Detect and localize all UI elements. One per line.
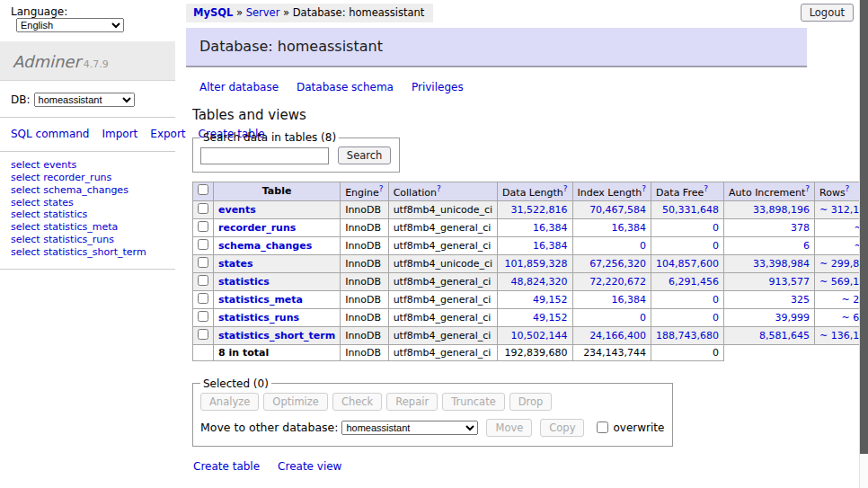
data-free-link[interactable]: 0	[713, 222, 719, 234]
data-length-link[interactable]: 49,152	[533, 294, 568, 306]
totals-data-length-cell: 192,839,680	[498, 344, 572, 360]
auto-increment-link[interactable]: 6	[803, 240, 810, 252]
breadcrumb-mysql[interactable]: MySQL	[193, 6, 233, 19]
sidebar-link-export[interactable]: Export	[150, 128, 185, 140]
data-length-link[interactable]: 10,502,144	[511, 330, 568, 342]
data-length-link[interactable]: 31,522,816	[511, 204, 568, 216]
row-checkbox-states[interactable]	[198, 257, 208, 268]
app-version: 4.7.9	[84, 58, 109, 70]
auto-increment-link[interactable]: 39,999	[775, 312, 810, 324]
index-length-link[interactable]: 16,384	[612, 294, 647, 306]
data-length-link[interactable]: 16,384	[533, 222, 568, 234]
db-select[interactable]: homeassistant	[34, 93, 135, 107]
auto-increment-link[interactable]: 33,398,984	[753, 258, 810, 270]
table-link-statistics-short-term[interactable]: statistics_short_term	[218, 330, 335, 342]
auto-increment-link[interactable]: 33,898,196	[753, 204, 810, 216]
index-length-link[interactable]: 72,220,672	[589, 276, 646, 288]
link-create-table-bottom[interactable]: Create table	[193, 460, 260, 473]
row-checkbox-events[interactable]	[198, 203, 208, 214]
column-help-icon[interactable]: ?	[437, 184, 441, 193]
index-length-link[interactable]: 24,166,400	[589, 330, 646, 342]
table-link-states[interactable]: states	[218, 258, 253, 270]
auto-increment-link[interactable]: 378	[791, 222, 810, 234]
breadcrumb-database-homeassistant: Database: homeassistant	[293, 6, 425, 19]
sidebar-select-statistics-runs[interactable]: select statistics_runs	[11, 235, 175, 246]
index-length-link[interactable]: 67,256,320	[589, 258, 646, 270]
breadcrumb-server[interactable]: Server	[246, 6, 280, 19]
row-checkbox-schema-changes[interactable]	[198, 239, 208, 250]
data-length-link[interactable]: 48,824,320	[511, 276, 568, 288]
table-row-statistics-short-term: statistics_short_termInnoDButf8mb4_gener…	[193, 326, 868, 344]
data-free-cell: 104,857,600	[651, 254, 724, 272]
totals-checkbox-cell	[193, 344, 214, 360]
link-alter-database[interactable]: Alter database	[199, 81, 279, 93]
search-input[interactable]	[200, 147, 329, 164]
col-header-label: Data Free	[656, 187, 704, 199]
table-link-statistics-runs[interactable]: statistics_runs	[218, 312, 299, 324]
move-db-select[interactable]: homeassistant	[341, 421, 478, 435]
data-free-link[interactable]: 6,291,456	[669, 276, 719, 288]
table-link-events[interactable]: events	[218, 204, 256, 216]
col-header-index-length: Index Length?	[572, 182, 651, 201]
index-length-link[interactable]: 0	[640, 240, 646, 252]
sidebar-select-schema-changes[interactable]: select schema_changes	[11, 185, 175, 197]
row-checkbox-statistics[interactable]	[198, 275, 208, 286]
scrollbar-track[interactable]	[859, 0, 868, 488]
column-help-icon[interactable]: ?	[846, 184, 850, 193]
auto-increment-link[interactable]: 325	[791, 294, 810, 306]
table-link-statistics-meta[interactable]: statistics_meta	[218, 294, 303, 306]
sidebar-select-events[interactable]: select events	[11, 160, 175, 172]
select-all-checkbox[interactable]	[198, 184, 208, 195]
auto-increment-link[interactable]: 913,577	[769, 276, 810, 288]
table-link-statistics[interactable]: statistics	[218, 276, 270, 288]
move-button: Move	[486, 419, 532, 437]
link-database-schema[interactable]: Database schema	[297, 81, 394, 93]
search-legend: Search data in tables (8)	[200, 131, 339, 144]
index-length-link[interactable]: 16,384	[612, 222, 647, 234]
sidebar-select-recorder-runs[interactable]: select recorder_runs	[11, 173, 175, 184]
row-checkbox-statistics-meta[interactable]	[198, 293, 208, 304]
auto-increment-link[interactable]: 8,581,645	[759, 330, 810, 342]
data-free-link[interactable]: 0	[713, 294, 719, 306]
column-help-icon[interactable]: ?	[805, 184, 810, 193]
select-all-header-cell	[193, 182, 214, 201]
column-help-icon[interactable]: ?	[379, 184, 384, 193]
link-create-view-bottom[interactable]: Create view	[278, 460, 341, 473]
search-button[interactable]: Search	[338, 146, 392, 164]
data-free-link[interactable]: 50,331,648	[662, 204, 719, 216]
sidebar-select-states[interactable]: select states	[11, 198, 175, 209]
column-help-icon[interactable]: ?	[642, 184, 646, 193]
scrollbar-thumb[interactable]	[860, 0, 868, 454]
data-length-link[interactable]: 16,384	[533, 240, 568, 252]
sidebar-link-sql-command[interactable]: SQL command	[11, 128, 89, 140]
engine-cell: InnoDB	[341, 308, 388, 326]
column-help-icon[interactable]: ?	[704, 184, 708, 193]
row-checkbox-statistics-short-term[interactable]	[198, 329, 208, 340]
sidebar-select-statistics-meta[interactable]: select statistics_meta	[11, 222, 175, 234]
collation-cell: utf8mb4_general_ci	[388, 272, 497, 290]
auto-increment-cell: 33,898,196	[724, 200, 815, 218]
table-link-recorder-runs[interactable]: recorder_runs	[218, 222, 296, 234]
column-help-icon[interactable]: ?	[563, 184, 568, 193]
link-privileges[interactable]: Privileges	[412, 81, 464, 93]
data-free-link[interactable]: 0	[713, 240, 719, 252]
app-title: Adminer4.7.9	[0, 41, 175, 81]
sidebar-select-statistics[interactable]: select statistics	[11, 209, 175, 221]
logout-button[interactable]: Logout	[801, 4, 854, 22]
totals-data-free-cell: 0	[651, 344, 724, 360]
index-length-link[interactable]: 70,467,584	[589, 204, 646, 216]
sidebar-link-import[interactable]: Import	[102, 128, 137, 140]
table-link-schema-changes[interactable]: schema_changes	[218, 240, 312, 252]
row-checkbox-recorder-runs[interactable]	[198, 221, 208, 232]
data-free-link[interactable]: 188,743,680	[656, 330, 719, 342]
table-row-statistics: statisticsInnoDButf8mb4_general_ci48,824…	[193, 272, 868, 290]
data-free-link[interactable]: 0	[713, 312, 719, 324]
overwrite-checkbox[interactable]	[597, 421, 608, 433]
data-length-link[interactable]: 101,859,328	[505, 258, 568, 270]
language-select[interactable]: English	[16, 18, 124, 32]
data-length-link[interactable]: 49,152	[533, 312, 568, 324]
data-free-link[interactable]: 104,857,600	[656, 258, 719, 270]
sidebar-select-statistics-short-term[interactable]: select statistics_short_term	[11, 247, 175, 259]
row-checkbox-statistics-runs[interactable]	[198, 311, 208, 322]
index-length-link[interactable]: 0	[640, 312, 646, 324]
